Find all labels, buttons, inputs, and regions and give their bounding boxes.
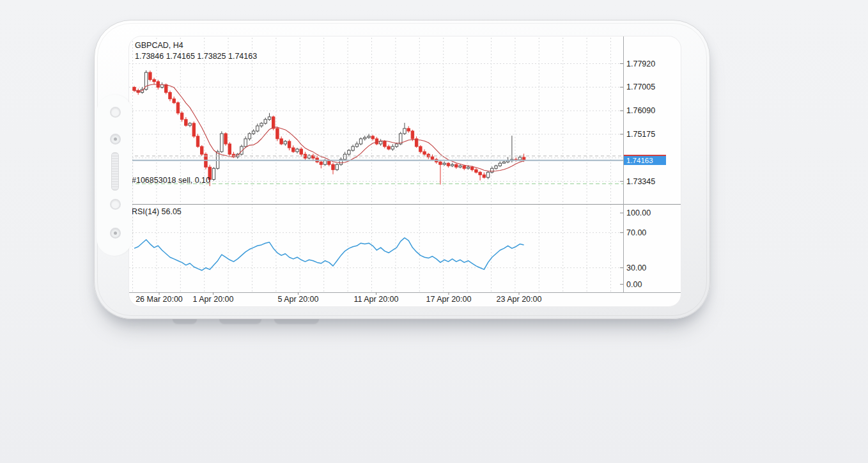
trading-app-screen: GBPCAD, H4 1.73846 1.74165 1.73825 1.741… bbox=[128, 36, 681, 307]
price-axis-label: 1.77920 bbox=[626, 59, 655, 69]
time-axis-label: 23 Apr 20:00 bbox=[487, 295, 551, 304]
time-axis-label: 1 Apr 20:00 bbox=[182, 295, 245, 304]
camera-lens bbox=[114, 231, 117, 235]
time-axis-label: 17 Apr 20:00 bbox=[417, 295, 481, 304]
phone-front-camera bbox=[110, 228, 121, 239]
open-position-label: #106853018 sell, 0.10 bbox=[132, 176, 210, 185]
chart-symbol-label: GBPCAD, H4 bbox=[135, 41, 183, 51]
rsi-axis-label: 0.00 bbox=[626, 279, 642, 290]
page-background: GBPCAD, H4 1.73846 1.74165 1.73825 1.741… bbox=[0, 0, 868, 463]
current-price-badge: 1.74163 bbox=[624, 155, 666, 165]
phone-sensor bbox=[110, 199, 121, 210]
price-axis-label: 1.73345 bbox=[626, 177, 655, 187]
rsi-axis-label: 100.00 bbox=[626, 208, 651, 218]
phone-sensor bbox=[110, 107, 121, 118]
time-axis-label: 11 Apr 20:00 bbox=[345, 295, 408, 304]
phone-speaker-grille bbox=[111, 152, 119, 191]
phone-front-camera bbox=[110, 134, 121, 145]
price-chart-canvas[interactable] bbox=[129, 36, 681, 306]
rsi-axis-label: 30.00 bbox=[626, 263, 646, 273]
chart-ohlc-label: 1.73846 1.74165 1.73825 1.74163 bbox=[135, 52, 257, 61]
phone-sensor-housing bbox=[97, 95, 132, 256]
price-axis-label: 1.77005 bbox=[626, 82, 655, 92]
camera-lens bbox=[114, 137, 117, 141]
time-axis-label: 5 Apr 20:00 bbox=[267, 295, 330, 304]
rsi-indicator-label: RSI(14) 56.05 bbox=[132, 207, 182, 217]
phone-frame: GBPCAD, H4 1.73846 1.74165 1.73825 1.741… bbox=[94, 20, 710, 319]
rsi-axis-label: 70.00 bbox=[626, 228, 646, 238]
price-axis-label: 1.76090 bbox=[626, 106, 655, 116]
price-axis-label: 1.75175 bbox=[626, 129, 655, 139]
